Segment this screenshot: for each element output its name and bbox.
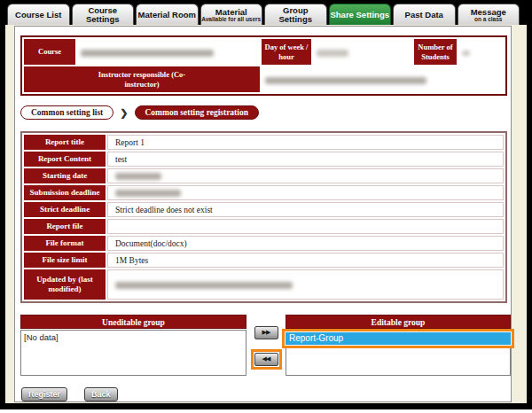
course-label: Course: [24, 39, 75, 65]
tab-material-room[interactable]: Material Room: [136, 4, 199, 26]
list-item-selected[interactable]: Report-Group: [286, 332, 511, 345]
day-of-week-label: Day of week / hour: [262, 39, 311, 65]
tab-label: Group Settings: [265, 6, 326, 24]
row-label: File format: [24, 236, 106, 251]
bottom-margin: [0, 409, 532, 413]
row-label: File size limit: [24, 253, 106, 268]
move-right-button[interactable]: ▶▶: [254, 326, 278, 339]
tab-message[interactable]: Messageon a class: [458, 4, 520, 26]
row-value: [107, 185, 504, 200]
row-label: Strict deadline: [24, 202, 106, 217]
row-label: Starting date: [24, 168, 106, 183]
row-label: Report title: [24, 135, 106, 150]
students-value: [458, 39, 504, 65]
instructor-label: Instructor responsible (Co-instructor): [24, 66, 260, 92]
annotation-highlight-box: Report-Group: [282, 329, 514, 348]
table-row: Report Contenttest: [24, 152, 504, 167]
common-setting-registration-badge: Common setting registration: [135, 105, 259, 120]
table-row: Report file: [24, 219, 504, 234]
breadcrumb: Common setting list ❯ Common setting reg…: [20, 104, 259, 121]
row-value: 1M Bytes: [107, 253, 504, 268]
uneditable-group-title: Uneditable group: [20, 315, 246, 329]
tab-course-settings[interactable]: Course Settings: [72, 4, 135, 26]
footer-actions: Register Back: [21, 387, 118, 401]
row-value: test: [107, 152, 504, 167]
table-row: File formatDocument(doc/docx): [24, 236, 504, 251]
table-row: Submission deadline: [24, 185, 504, 200]
row-label: Updated by (last modified): [24, 269, 106, 300]
redacted-course-value: [81, 50, 214, 57]
uneditable-group-listbox[interactable]: [No data]: [20, 330, 246, 376]
tab-course-list[interactable]: Course List: [7, 4, 70, 26]
table-row: Report titleReport 1: [24, 135, 504, 150]
tab-share-settings[interactable]: Share Settings: [329, 4, 392, 26]
tab-material[interactable]: MaterialAvailable for all users: [200, 4, 263, 26]
editable-group-title: Editable group: [286, 315, 511, 329]
tab-group-settings[interactable]: Group Settings: [264, 4, 327, 26]
tab-label: Course Settings: [73, 6, 134, 24]
row-value: [107, 219, 504, 234]
app-window: Course ListCourse SettingsMaterial RoomM…: [0, 0, 532, 413]
breadcrumb-chevron-icon: ❯: [120, 107, 128, 119]
list-item[interactable]: [No data]: [21, 331, 246, 344]
table-row: File size limit1M Bytes: [24, 253, 504, 268]
redacted-instructor-value: [265, 77, 426, 84]
row-label: Report file: [24, 219, 106, 234]
tab-sublabel: on a class: [474, 17, 502, 23]
row-label: Report Content: [24, 152, 106, 167]
instructor-value: [262, 66, 504, 92]
row-value: Document(doc/docx): [107, 236, 504, 251]
day-of-week-value: [313, 39, 412, 65]
editable-group-listbox[interactable]: Report-Group: [286, 330, 511, 376]
course-value: [77, 39, 260, 65]
redacted-value: [115, 190, 181, 197]
tab-label: Past Data: [405, 11, 443, 19]
annotation-highlight-box: ◀◀: [251, 349, 282, 370]
uneditable-group-panel: Uneditable group [No data]: [20, 315, 246, 376]
table-row: Updated by (last modified): [24, 269, 504, 300]
row-value: [107, 168, 504, 183]
table-row: Strict deadlineStrict deadline does not …: [24, 202, 504, 217]
report-detail-table: Report titleReport 1Report ContenttestSt…: [20, 131, 507, 303]
back-button[interactable]: Back: [84, 387, 118, 401]
table-row: Starting date: [24, 168, 504, 183]
row-label: Submission deadline: [24, 185, 106, 200]
redacted-value: [115, 173, 161, 180]
redacted-value: [115, 282, 293, 289]
move-left-button[interactable]: ◀◀: [254, 353, 278, 366]
tab-label: Share Settings: [330, 11, 389, 19]
tab-bar: Course ListCourse SettingsMaterial RoomM…: [7, 4, 520, 26]
course-info-table: Course Day of week / hour Number of Stud…: [20, 35, 507, 96]
tab-label: Course List: [15, 11, 61, 19]
tab-sublabel: Available for all users: [201, 17, 261, 23]
row-value: Strict deadline does not exist: [107, 202, 504, 217]
redacted-students-value: [462, 51, 470, 56]
redacted-day-value: [317, 50, 348, 57]
tab-past-data[interactable]: Past Data: [393, 4, 456, 26]
tab-label: Material Room: [138, 11, 196, 19]
students-label: Number of Students: [414, 39, 457, 65]
editable-group-panel: Editable group Report-Group: [286, 315, 511, 376]
content-panel: Course Day of week / hour Number of Stud…: [14, 26, 512, 402]
row-value: [107, 269, 504, 300]
register-button[interactable]: Register: [21, 387, 67, 401]
group-move-controls: ▶▶ ◀◀: [248, 315, 284, 370]
common-setting-list-button[interactable]: Common setting list: [20, 105, 113, 120]
row-value: Report 1: [107, 135, 504, 150]
